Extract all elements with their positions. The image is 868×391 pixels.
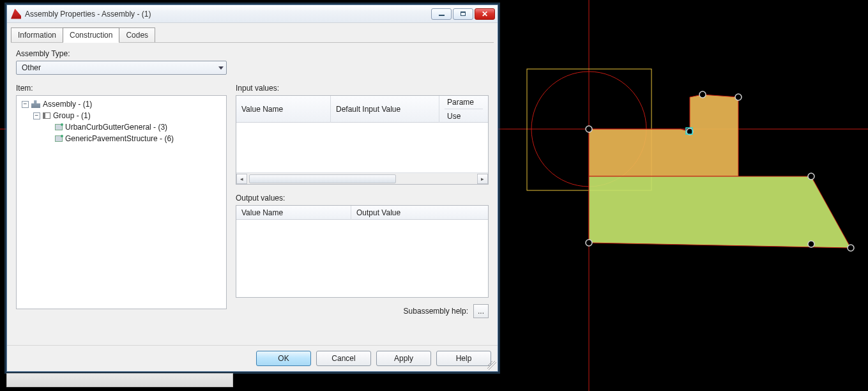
- subassembly-help-label: Subassembly help:: [404, 307, 468, 316]
- item-label: Item:: [16, 84, 227, 93]
- assembly-type-label: Assembly Type:: [16, 49, 489, 58]
- svg-point-9: [735, 94, 742, 100]
- output-values-label: Output values:: [236, 194, 489, 203]
- tree-node-group[interactable]: − Group - (1): [18, 110, 225, 121]
- chevron-down-icon: [218, 66, 224, 70]
- svg-point-11: [848, 245, 854, 251]
- help-button[interactable]: Help: [436, 351, 491, 366]
- col-parameter-top: Parame: [445, 96, 483, 109]
- window-title: Assembly Properties - Assembly - (1): [25, 10, 431, 19]
- subassembly-icon: [55, 124, 63, 130]
- scroll-track[interactable]: [248, 174, 476, 184]
- apply-button[interactable]: Apply: [376, 351, 431, 366]
- svg-point-10: [808, 173, 814, 180]
- tree-node-label: GenericPavementStructure - (6): [65, 134, 174, 143]
- input-values-label: Input values:: [236, 84, 489, 93]
- assembly-icon: [31, 100, 40, 108]
- tree-node-label: UrbanCurbGutterGeneral - (3): [65, 123, 167, 132]
- app-icon: [11, 9, 21, 19]
- col-parameter-use: Use: [445, 109, 483, 123]
- close-button[interactable]: ✕: [475, 8, 495, 20]
- tree-node-subassembly[interactable]: GenericPavementStructure - (6): [18, 133, 225, 144]
- tab-page-construction: Assembly Type: Other Item: − Assembly - …: [11, 42, 494, 341]
- col-parameter[interactable]: Parame Use: [439, 96, 488, 123]
- input-values-body: [236, 123, 488, 172]
- subassembly-help-button[interactable]: ...: [473, 304, 489, 318]
- scroll-thumb[interactable]: [249, 174, 396, 183]
- tab-information[interactable]: Information: [11, 27, 63, 42]
- tab-codes[interactable]: Codes: [119, 27, 155, 42]
- svg-marker-5: [589, 176, 851, 248]
- input-values-header: Value Name Default Input Value Parame Us…: [236, 96, 488, 123]
- titlebar[interactable]: Assembly Properties - Assembly - (1) ✕: [7, 5, 498, 23]
- subassembly-icon: [55, 135, 63, 142]
- tree-node-label: Assembly - (1): [43, 100, 92, 109]
- svg-point-6: [586, 126, 592, 132]
- input-values-hscroll[interactable]: ◂ ▸: [236, 172, 488, 184]
- tree-node-label: Group - (1): [53, 111, 91, 120]
- svg-point-12: [808, 241, 814, 247]
- minimize-button[interactable]: [431, 8, 452, 20]
- col-value-name[interactable]: Value Name: [236, 96, 331, 123]
- output-values-table[interactable]: Value Name Output Value: [236, 205, 489, 298]
- input-values-table[interactable]: Value Name Default Input Value Parame Us…: [236, 95, 489, 185]
- tree-node-subassembly[interactable]: UrbanCurbGutterGeneral - (3): [18, 121, 225, 133]
- collapse-icon[interactable]: −: [33, 112, 40, 119]
- scroll-right-button[interactable]: ▸: [477, 174, 488, 184]
- assembly-type-value: Other: [22, 63, 41, 72]
- svg-point-13: [586, 240, 592, 246]
- svg-point-8: [699, 91, 706, 98]
- tree-node-assembly[interactable]: − Assembly - (1): [18, 98, 225, 110]
- svg-marker-4: [589, 95, 738, 176]
- cancel-button[interactable]: Cancel: [316, 351, 371, 366]
- maximize-button[interactable]: [453, 8, 473, 20]
- output-values-header: Value Name Output Value: [236, 206, 488, 220]
- dialog-button-row: OK Cancel Apply Help: [7, 345, 498, 371]
- scroll-left-button[interactable]: ◂: [236, 174, 247, 184]
- assembly-properties-dialog: Assembly Properties - Assembly - (1) ✕ I…: [6, 4, 498, 372]
- collapse-icon[interactable]: −: [22, 101, 29, 108]
- resize-grip[interactable]: [487, 361, 496, 370]
- item-tree-panel: − Assembly - (1) − Group - (1): [16, 95, 227, 309]
- item-tree[interactable]: − Assembly - (1) − Group - (1): [17, 96, 226, 147]
- col-default-input-value[interactable]: Default Input Value: [331, 96, 439, 123]
- group-icon: [43, 112, 50, 119]
- col-value-name[interactable]: Value Name: [236, 206, 351, 220]
- col-output-value[interactable]: Output Value: [351, 206, 488, 220]
- ok-button[interactable]: OK: [256, 351, 311, 366]
- tab-strip: Information Construction Codes: [7, 23, 498, 42]
- assembly-type-combo[interactable]: Other: [16, 61, 227, 75]
- tab-construction[interactable]: Construction: [63, 27, 119, 42]
- background-chrome-strip: [6, 373, 233, 387]
